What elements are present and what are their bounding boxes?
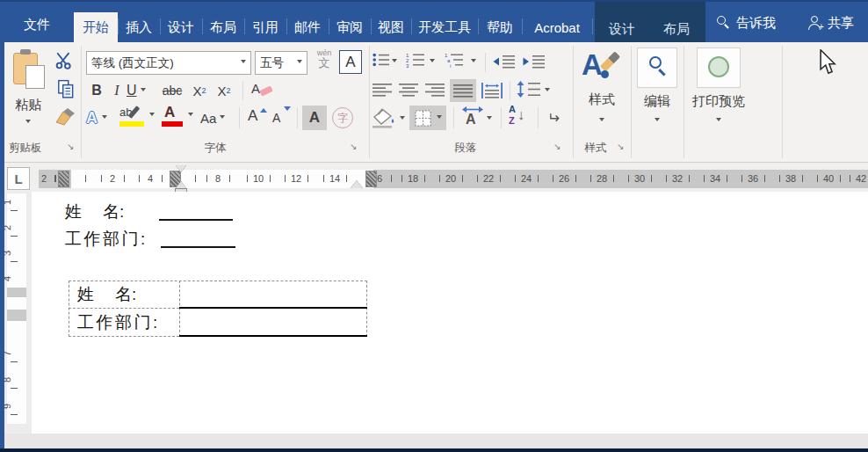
align-right-button[interactable] [425, 83, 446, 98]
tab-separator [478, 18, 479, 34]
decrease-indent-button[interactable] [492, 55, 517, 70]
text-effects-label: A [86, 109, 98, 128]
tab-separator [411, 18, 412, 34]
edit-caret [655, 118, 660, 124]
underline-button[interactable]: U [127, 79, 155, 102]
print-preview-button[interactable]: 打印预览 [691, 47, 747, 128]
tab-acrobat[interactable]: Acrobat [522, 12, 592, 42]
tell-me-control[interactable]: 告诉我 [717, 2, 792, 44]
tab-stop-selector[interactable]: L [7, 167, 30, 190]
change-case-label: Aa [200, 111, 216, 126]
italic-button[interactable]: I [109, 79, 125, 102]
tab-design[interactable]: 设计 [160, 12, 202, 42]
shading-button[interactable] [371, 107, 406, 130]
paint-bucket-icon [371, 107, 395, 128]
styles-button[interactable]: A 样式 [576, 47, 627, 128]
subscript-button[interactable]: X2 [188, 79, 211, 102]
ruler-tick [764, 175, 765, 182]
table-column-marker[interactable] [58, 171, 69, 187]
change-case-button[interactable]: Aa [200, 106, 235, 130]
grow-font-button[interactable]: A [246, 106, 269, 130]
line-spacing-button[interactable] [517, 81, 550, 100]
font-size-combo[interactable]: 五号 [255, 51, 307, 75]
table-cell-name-input[interactable] [180, 281, 366, 307]
tab-home[interactable]: 开始 [74, 12, 118, 42]
table-row-marker[interactable] [7, 310, 26, 321]
clipboard-dialog-launcher[interactable]: ↘ [67, 142, 74, 151]
character-border-button[interactable]: A [339, 50, 362, 74]
clear-formatting-label: A [251, 81, 260, 96]
tab-file[interactable]: 文件 [4, 7, 70, 42]
superscript-button[interactable]: X2 [213, 79, 235, 102]
borders-button[interactable] [409, 106, 446, 130]
subscript-base: X [192, 84, 201, 98]
sort-button[interactable]: A Z ↓ [508, 105, 534, 131]
fit-text-label: A [466, 112, 476, 128]
doc-line-department[interactable]: 工作部门: [65, 230, 148, 249]
sort-z-label: Z [509, 116, 515, 126]
paste-button[interactable]: 粘贴 [5, 47, 51, 128]
show-hide-marks-button[interactable]: ↵ [541, 106, 566, 130]
tab-layout[interactable]: 布局 [202, 12, 244, 42]
copy-button[interactable] [56, 79, 77, 100]
asian-layout-button[interactable]: A [460, 106, 495, 130]
shrink-font-button[interactable]: A [271, 106, 293, 130]
tab-references[interactable]: 引用 [244, 12, 286, 42]
highlight-color-button[interactable]: ab [119, 104, 158, 130]
table-cell-department-label[interactable]: 工作部门: [77, 313, 160, 332]
first-line-indent-marker[interactable] [176, 165, 186, 172]
tab-table-layout[interactable]: 布局 [649, 14, 704, 44]
doc-line-name[interactable]: 姓名: [65, 202, 124, 222]
share-person-icon: + [808, 14, 824, 32]
increase-indent-button[interactable] [522, 55, 546, 70]
edit-label: 编辑 [636, 93, 678, 110]
right-indent-marker[interactable] [351, 180, 363, 188]
tab-help[interactable]: 帮助 [478, 12, 522, 42]
font-color-button[interactable]: A [162, 104, 197, 130]
ruler-number: 20 [445, 173, 456, 184]
numbering-button[interactable]: 1 2 3 [406, 53, 436, 72]
ruler-number: 14 [329, 173, 340, 184]
table-tools-contextual-tabs: 设计 布局 [595, 2, 705, 44]
strikethrough-button[interactable]: abc [158, 79, 186, 102]
multilevel-caret [471, 59, 476, 65]
enclose-characters-button[interactable]: 字 [332, 107, 353, 128]
share-control[interactable]: + 共享 [808, 2, 868, 44]
record-circle-icon [708, 56, 729, 77]
paragraph-dialog-launcher[interactable]: ↘ [553, 142, 561, 151]
table-column-marker[interactable] [365, 171, 377, 187]
ruler-tick [840, 175, 841, 182]
tab-insert[interactable]: 插入 [118, 12, 160, 42]
bullets-button[interactable] [373, 53, 399, 72]
format-painter-button[interactable] [54, 106, 77, 128]
hanging-indent-marker[interactable] [176, 181, 186, 188]
ruler-number: 36 [748, 173, 758, 184]
phonetic-guide-button[interactable]: wén 文 [313, 49, 336, 76]
character-shading-button[interactable]: A [302, 106, 327, 130]
bold-button[interactable]: B [86, 79, 107, 102]
table-row-marker[interactable] [7, 288, 26, 297]
align-left-button[interactable] [373, 83, 394, 98]
ruler-tick [247, 175, 248, 182]
multilevel-list-button[interactable]: 1 a i [445, 53, 478, 72]
tab-table-design[interactable]: 设计 [595, 14, 649, 44]
styles-dialog-launcher[interactable]: ↘ [617, 142, 624, 151]
cut-button[interactable] [54, 51, 76, 72]
tab-developer[interactable]: 开发工具 [411, 12, 478, 42]
edit-button[interactable]: 编辑 [636, 47, 678, 128]
tab-review[interactable]: 审阅 [329, 12, 371, 42]
table-cell-department-input[interactable] [180, 310, 366, 334]
font-name-combo[interactable]: 等线 (西文正文) [86, 51, 251, 75]
clear-formatting-button[interactable]: A [250, 79, 276, 102]
distribute-button[interactable] [480, 79, 504, 102]
font-dialog-launcher[interactable]: ↘ [350, 142, 357, 151]
text-effects-button[interactable]: A [86, 106, 116, 130]
align-center-button[interactable] [399, 83, 420, 98]
format-painter-icon [54, 106, 77, 128]
styles-label: 样式 [576, 91, 627, 108]
tab-view[interactable]: 视图 [371, 12, 411, 42]
justify-button[interactable] [450, 79, 476, 102]
table-cell-name-label[interactable]: 姓名: [77, 285, 136, 304]
doc-table[interactable]: 姓名: 工作部门: [69, 281, 367, 337]
tab-mailings[interactable]: 邮件 [286, 12, 329, 42]
